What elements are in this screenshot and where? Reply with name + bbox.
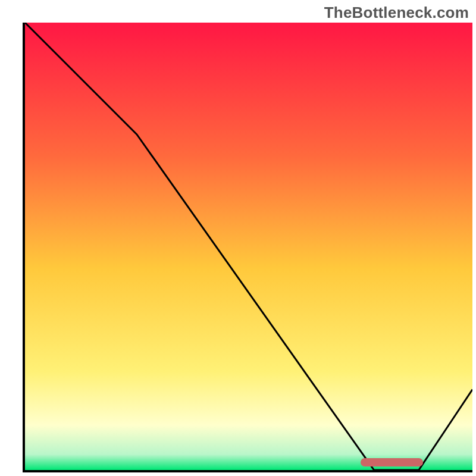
watermark-text: TheBottleneck.com (324, 4, 469, 22)
plot-frame (23, 23, 472, 472)
optimal-range-marker (361, 458, 423, 466)
chart-container: { "watermark": "TheBottleneck.com", "cha… (0, 0, 476, 476)
bottleneck-curve-path (25, 23, 472, 470)
curve-layer (25, 23, 472, 470)
